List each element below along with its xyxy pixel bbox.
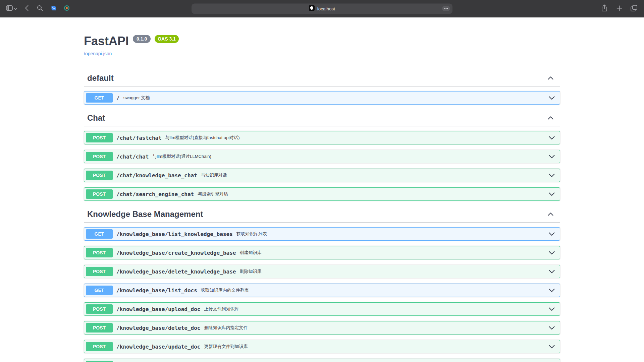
extension-button-ring[interactable] [61,4,72,14]
endpoint-summary[interactable]: POST /knowledge_base/delete_doc 删除知识库内指定… [84,321,560,334]
chevron-up-icon[interactable] [548,213,553,216]
toolbar-left-group [5,4,72,14]
endpoint-summary[interactable]: POST /knowledge_base/update_doc 更新现有文件到知… [84,340,560,353]
endpoint-summary[interactable]: POST /knowledge_base/recreate_vector_sto… [84,359,560,362]
endpoint-description: 获取知识库内的文件列表 [201,287,249,293]
endpoint-row[interactable]: POST /knowledge_base/delete_knowledge_ba… [84,265,560,278]
endpoint-path: /chat/chat [116,154,149,160]
section-endpoints: GET /knowledge_base/list_knowledge_bases… [84,227,560,362]
chevron-down-icon[interactable] [549,232,555,236]
sidebar-icon [6,5,13,12]
endpoint-row[interactable]: GET / swagger 文档 [84,91,560,105]
oas-badge: OAS 3.1 [155,35,179,43]
chevron-up-icon[interactable] [548,76,553,80]
address-bar[interactable]: localhost [192,3,452,14]
sidebar-toggle-button[interactable] [5,4,18,14]
api-section: Knowledge Base Management GET /knowledge… [84,206,560,362]
endpoint-row[interactable]: POST /knowledge_base/recreate_vector_sto… [84,359,560,362]
more-options-icon[interactable] [442,6,450,11]
endpoint-row[interactable]: POST /knowledge_base/update_doc 更新现有文件到知… [84,340,560,353]
back-button[interactable] [21,4,32,14]
chevron-down-icon[interactable] [549,251,555,255]
tab-overview-button[interactable] [629,4,639,14]
endpoint-path: /knowledge_base/upload_doc [116,306,200,312]
endpoint-summary[interactable]: POST /chat/search_engine_chat 与搜索引擎对话 [84,188,560,200]
endpoint-row[interactable]: POST /chat/knowledge_base_chat 与知识库对话 [84,169,560,182]
endpoint-path: /chat/fastchat [116,135,162,141]
endpoint-summary[interactable]: GET / swagger 文档 [84,92,560,104]
endpoint-summary[interactable]: GET /knowledge_base/list_knowledge_bases… [84,228,560,240]
page-title: FastAPI 0.1.0 OAS 3.1 [84,34,560,48]
endpoint-description: 获取知识库列表 [236,231,267,237]
section-title: Knowledge Base Management [87,209,203,219]
endpoint-path: /knowledge_base/list_knowledge_bases [116,231,233,237]
endpoint-summary[interactable]: GET /knowledge_base/list_docs 获取知识库内的文件列… [84,284,560,297]
method-badge: POST [86,171,113,180]
endpoint-row[interactable]: POST /knowledge_base/create_knowledge_ba… [84,246,560,259]
share-button[interactable] [599,4,610,14]
section-title: default [87,73,114,83]
section-endpoints: POST /chat/fastchat 与llm模型对话(直接与fastchat… [84,131,560,201]
ring-extension-icon [64,5,70,12]
new-tab-button[interactable] [614,4,625,14]
chevron-up-icon[interactable] [548,116,553,120]
section-header[interactable]: default [84,70,560,86]
method-badge: POST [86,304,113,314]
version-badge: 0.1.0 [133,35,151,43]
api-title-text: FastAPI [84,34,129,48]
openapi-spec-link[interactable]: /openapi.json [84,51,112,56]
endpoint-row[interactable]: POST /knowledge_base/delete_doc 删除知识库内指定… [84,321,560,335]
method-badge: POST [86,152,113,161]
endpoint-path: /knowledge_base/delete_knowledge_base [116,268,236,275]
endpoint-summary[interactable]: POST /knowledge_base/create_knowledge_ba… [84,246,560,259]
endpoint-summary[interactable]: POST /chat/fastchat 与llm模型对话(直接与fastchat… [84,131,560,144]
endpoint-description: 创建知识库 [239,250,261,256]
chevron-down-icon[interactable] [549,307,555,311]
blue-extension-icon [51,5,56,12]
url-text: localhost [317,6,335,11]
swagger-page: FastAPI 0.1.0 OAS 3.1 /openapi.json defa… [0,17,644,362]
endpoint-row[interactable]: POST /knowledge_base/upload_doc 上传文件到知识库 [84,302,560,316]
endpoint-description: 更新现有文件到知识库 [204,344,248,350]
chevron-down-icon[interactable] [549,192,555,196]
endpoint-description: 与llm模型对话(直接与fastchat api对话) [165,135,240,141]
endpoint-summary[interactable]: POST /chat/chat 与llm模型对话(通过LLMChain) [84,150,560,163]
api-section: default GET / swagger 文档 [84,70,560,105]
search-button[interactable] [35,4,45,14]
extension-button-blue[interactable] [48,4,59,14]
endpoint-path: /chat/search_engine_chat [116,191,194,197]
chevron-down-icon[interactable] [549,270,555,274]
method-badge: GET [86,286,113,295]
endpoint-summary[interactable]: POST /knowledge_base/upload_doc 上传文件到知识库 [84,303,560,315]
chevron-down-icon[interactable] [549,289,555,292]
endpoint-summary[interactable]: POST /knowledge_base/delete_knowledge_ba… [84,265,560,278]
chevron-down-icon[interactable] [549,326,555,330]
endpoint-row[interactable]: GET /knowledge_base/list_docs 获取知识库内的文件列… [84,284,560,297]
chevron-down-icon[interactable] [549,345,555,349]
section-endpoints: GET / swagger 文档 [84,91,560,105]
endpoint-description: 与知识库对话 [201,172,227,178]
chevron-down-icon [14,6,17,11]
section-header[interactable]: Chat [84,110,560,126]
endpoint-path: /knowledge_base/update_doc [116,344,200,350]
endpoint-row[interactable]: POST /chat/fastchat 与llm模型对话(直接与fastchat… [84,131,560,144]
section-title: Chat [87,113,105,123]
chevron-down-icon[interactable] [549,174,555,177]
site-icon [309,5,315,12]
method-badge: POST [86,323,113,333]
method-badge: GET [86,93,113,103]
method-badge: POST [86,342,113,351]
chevron-down-icon[interactable] [549,136,555,140]
endpoint-description: 与llm模型对话(通过LLMChain) [152,154,211,160]
endpoint-row[interactable]: POST /chat/search_engine_chat 与搜索引擎对话 [84,187,560,201]
method-badge: POST [86,361,113,362]
endpoint-summary[interactable]: POST /chat/knowledge_base_chat 与知识库对话 [84,169,560,182]
chevron-left-icon [25,5,29,12]
api-info-block: FastAPI 0.1.0 OAS 3.1 /openapi.json [84,34,560,57]
section-header[interactable]: Knowledge Base Management [84,206,560,223]
chevron-down-icon[interactable] [549,96,555,100]
endpoint-row[interactable]: GET /knowledge_base/list_knowledge_bases… [84,227,560,241]
endpoint-row[interactable]: POST /chat/chat 与llm模型对话(通过LLMChain) [84,150,560,163]
chevron-down-icon[interactable] [549,155,555,159]
endpoint-description: 与搜索引擎对话 [198,191,228,197]
